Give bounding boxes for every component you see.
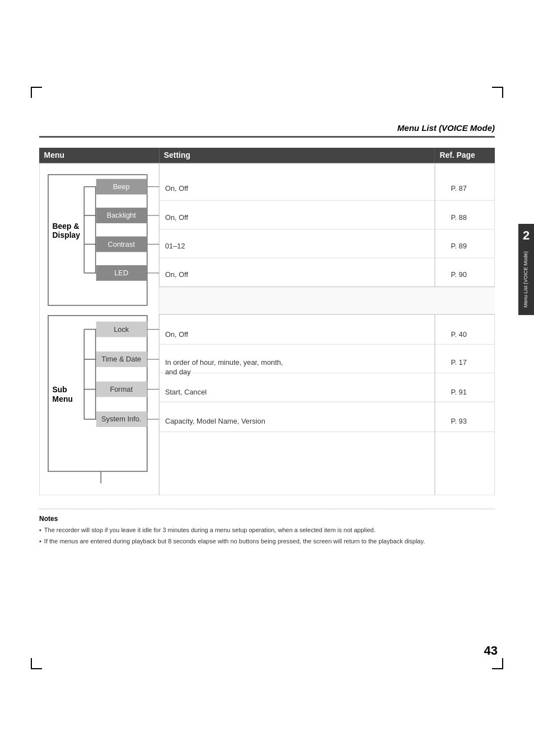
corner-mark-tl bbox=[31, 87, 42, 98]
corner-mark-bl bbox=[31, 658, 42, 669]
side-tab: 2 Menu List (VOICE Mode) bbox=[518, 224, 534, 315]
svg-text:P. 87: P. 87 bbox=[451, 184, 467, 192]
main-content: Menu List (VOICE Mode) Menu Setting Ref.… bbox=[39, 123, 495, 547]
note-body-2: If the menus are entered during playback… bbox=[44, 537, 495, 547]
svg-text:On, Off: On, Off bbox=[165, 184, 189, 192]
svg-text:On, Off: On, Off bbox=[165, 330, 189, 339]
svg-text:and day: and day bbox=[165, 368, 191, 376]
svg-text:Menu: Menu bbox=[53, 395, 73, 403]
svg-rect-2 bbox=[159, 148, 435, 163]
corner-mark-br bbox=[492, 658, 503, 669]
side-tab-number: 2 bbox=[523, 228, 530, 243]
svg-text:On, Off: On, Off bbox=[165, 270, 189, 279]
svg-text:On, Off: On, Off bbox=[165, 213, 189, 222]
svg-text:P. 40: P. 40 bbox=[451, 330, 467, 339]
svg-text:P. 89: P. 89 bbox=[451, 242, 467, 250]
svg-text:System Info.: System Info. bbox=[101, 415, 141, 423]
svg-text:P. 90: P. 90 bbox=[451, 270, 467, 279]
svg-text:Setting: Setting bbox=[164, 151, 190, 159]
diagram-container: Menu Setting Ref. Page Beep & Display Be… bbox=[39, 148, 495, 497]
svg-text:Menu: Menu bbox=[44, 151, 64, 159]
svg-text:P. 88: P. 88 bbox=[451, 213, 467, 222]
note-body-1: The recorder will stop if you leave it i… bbox=[44, 525, 495, 536]
svg-text:LED: LED bbox=[114, 269, 128, 277]
side-tab-text: Menu List (VOICE Mode) bbox=[523, 248, 530, 311]
page-number: 43 bbox=[484, 644, 498, 658]
svg-text:Backlight: Backlight bbox=[107, 211, 137, 219]
note-item-1: • The recorder will stop if you leave it… bbox=[39, 525, 495, 536]
svg-text:P. 93: P. 93 bbox=[451, 417, 467, 425]
svg-text:Beep: Beep bbox=[113, 182, 130, 191]
page-title: Menu List (VOICE Mode) bbox=[39, 123, 495, 138]
svg-text:01–12: 01–12 bbox=[165, 242, 185, 250]
svg-text:Display: Display bbox=[53, 231, 81, 240]
svg-text:Contrast: Contrast bbox=[107, 240, 135, 248]
notes-text: • The recorder will stop if you leave it… bbox=[39, 525, 495, 546]
svg-text:In order of hour, minute, year: In order of hour, minute, year, month, bbox=[165, 358, 283, 367]
svg-text:Beep &: Beep & bbox=[53, 222, 79, 231]
note-item-2: • If the menus are entered during playba… bbox=[39, 537, 495, 547]
notes-section: Notes • The recorder will stop if you le… bbox=[39, 509, 495, 546]
corner-mark-tr bbox=[492, 87, 503, 98]
svg-text:Capacity, Model Name, Version: Capacity, Model Name, Version bbox=[165, 417, 265, 425]
svg-text:P. 17: P. 17 bbox=[451, 358, 467, 367]
bullet-2: • bbox=[39, 537, 41, 547]
svg-text:Lock: Lock bbox=[114, 325, 129, 334]
notes-title: Notes bbox=[39, 515, 495, 523]
svg-rect-77 bbox=[159, 287, 495, 314]
svg-text:Format: Format bbox=[110, 385, 133, 393]
bullet-1: • bbox=[39, 525, 41, 536]
svg-text:Ref. Page: Ref. Page bbox=[439, 151, 475, 159]
diagram-svg: Menu Setting Ref. Page Beep & Display Be… bbox=[39, 148, 495, 495]
svg-text:Sub: Sub bbox=[53, 385, 67, 394]
svg-text:Start, Cancel: Start, Cancel bbox=[165, 388, 207, 396]
svg-text:P. 91: P. 91 bbox=[451, 388, 467, 396]
svg-text:Time & Date: Time & Date bbox=[101, 355, 141, 363]
